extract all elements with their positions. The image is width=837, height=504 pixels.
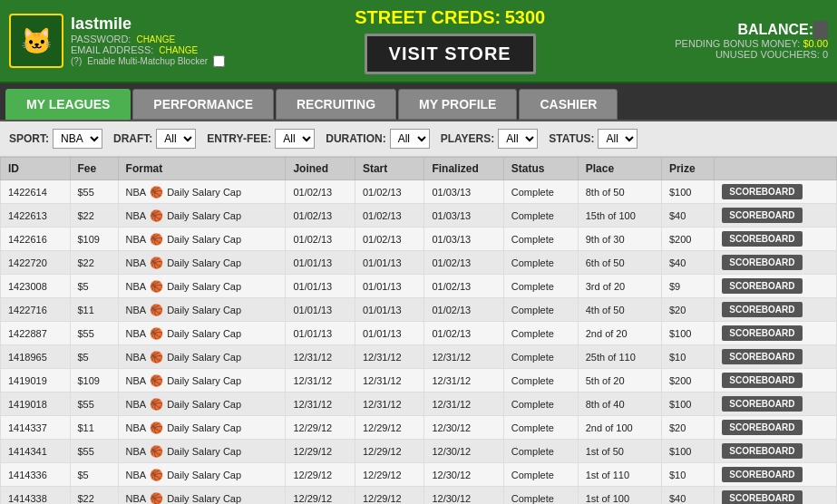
scoreboard-button[interactable]: SCOREBOARD bbox=[722, 325, 802, 341]
scoreboard-button[interactable]: SCOREBOARD bbox=[722, 443, 802, 459]
entry-fee-filter: ENTRY-FEE: All bbox=[207, 129, 315, 149]
scoreboard-button[interactable]: SCOREBOARD bbox=[722, 278, 802, 294]
scoreboard-button[interactable]: SCOREBOARD bbox=[722, 467, 802, 482]
basketball-icon: 🏀 bbox=[150, 469, 163, 481]
cell-start: 01/01/13 bbox=[355, 298, 424, 322]
cell-action: SCOREBOARD bbox=[715, 345, 837, 369]
cell-finalized: 01/02/13 bbox=[424, 298, 503, 322]
cell-prize: $40 bbox=[661, 204, 714, 228]
cell-format: NBA 🏀 Daily Salary Cap bbox=[118, 369, 286, 393]
status-select[interactable]: All bbox=[598, 129, 637, 149]
sport-select[interactable]: NBA NFL MLB bbox=[53, 129, 102, 149]
cell-format: NBA 🏀 Daily Salary Cap bbox=[118, 275, 286, 298]
table-row: 1419018 $55 NBA 🏀 Daily Salary Cap 12/31… bbox=[1, 393, 837, 416]
visit-store-button[interactable]: VISIT STORE bbox=[365, 34, 536, 74]
cell-status: Complete bbox=[503, 251, 578, 275]
cell-format: NBA 🏀 Daily Salary Cap bbox=[118, 322, 286, 345]
tab-recruiting[interactable]: RECRUITING bbox=[276, 89, 396, 120]
cell-finalized: 01/03/13 bbox=[424, 204, 503, 228]
cell-fee: $55 bbox=[70, 322, 118, 345]
scoreboard-button[interactable]: SCOREBOARD bbox=[722, 349, 802, 364]
table-row: 1418965 $5 NBA 🏀 Daily Salary Cap 12/31/… bbox=[1, 345, 837, 369]
scoreboard-button[interactable]: SCOREBOARD bbox=[722, 208, 802, 223]
cell-joined: 12/29/12 bbox=[286, 440, 355, 463]
format-text: Daily Salary Cap bbox=[167, 305, 241, 315]
col-start: Start bbox=[355, 158, 424, 180]
cell-action: SCOREBOARD bbox=[715, 228, 837, 251]
table-row: 1422613 $22 NBA 🏀 Daily Salary Cap 01/02… bbox=[1, 204, 837, 228]
cell-action: SCOREBOARD bbox=[715, 204, 837, 228]
format-text: Daily Salary Cap bbox=[167, 328, 241, 339]
blocker-checkbox[interactable] bbox=[213, 55, 225, 67]
cell-id: 1414341 bbox=[1, 440, 71, 463]
scoreboard-button[interactable]: SCOREBOARD bbox=[722, 302, 802, 317]
format-text: Daily Salary Cap bbox=[167, 352, 241, 363]
duration-select[interactable]: All bbox=[390, 129, 430, 149]
cell-id: 1422616 bbox=[1, 228, 71, 251]
basketball-icon: 🏀 bbox=[150, 209, 163, 222]
scoreboard-button[interactable]: SCOREBOARD bbox=[722, 490, 802, 504]
col-fee: Fee bbox=[70, 158, 118, 180]
cell-place: 8th of 40 bbox=[578, 393, 661, 416]
basketball-icon: 🏀 bbox=[150, 374, 163, 387]
table-row: 1414338 $22 NBA 🏀 Daily Salary Cap 12/29… bbox=[1, 487, 837, 505]
col-format: Format bbox=[118, 158, 286, 180]
cell-format: NBA 🏀 Daily Salary Cap bbox=[118, 440, 286, 463]
basketball-icon: 🏀 bbox=[150, 422, 163, 434]
cell-finalized: 12/30/12 bbox=[424, 416, 503, 440]
cell-place: 1st of 100 bbox=[578, 487, 661, 505]
cell-prize: $20 bbox=[661, 298, 714, 322]
table-row: 1423008 $5 NBA 🏀 Daily Salary Cap 01/01/… bbox=[1, 275, 837, 298]
cell-place: 4th of 50 bbox=[578, 298, 661, 322]
cell-finalized: 12/30/12 bbox=[424, 487, 503, 505]
scoreboard-button[interactable]: SCOREBOARD bbox=[722, 231, 802, 247]
cell-fee: $22 bbox=[70, 487, 118, 505]
cell-joined: 12/31/12 bbox=[286, 369, 355, 393]
cell-place: 9th of 30 bbox=[578, 228, 661, 251]
sport-filter: SPORT: NBA NFL MLB bbox=[9, 129, 102, 149]
basketball-icon: 🏀 bbox=[150, 398, 163, 411]
scoreboard-button[interactable]: SCOREBOARD bbox=[722, 255, 802, 270]
cell-start: 12/29/12 bbox=[355, 487, 424, 505]
pending-row: PENDING BONUS MONEY: $0.00 bbox=[675, 38, 828, 49]
logo-box: 🐱 bbox=[9, 14, 63, 68]
cell-action: SCOREBOARD bbox=[715, 298, 837, 322]
cell-action: SCOREBOARD bbox=[715, 440, 837, 463]
scoreboard-button[interactable]: SCOREBOARD bbox=[722, 420, 802, 435]
sport-text: NBA bbox=[126, 257, 147, 268]
change-password-link[interactable]: CHANGE bbox=[136, 34, 175, 44]
blocker-help: (?) bbox=[71, 56, 82, 66]
scoreboard-button[interactable]: SCOREBOARD bbox=[722, 396, 802, 412]
cell-joined: 12/29/12 bbox=[286, 463, 355, 487]
format-text: Daily Salary Cap bbox=[167, 470, 241, 480]
cell-format: NBA 🏀 Daily Salary Cap bbox=[118, 416, 286, 440]
scoreboard-button[interactable]: SCOREBOARD bbox=[722, 184, 802, 199]
tab-my-leagues[interactable]: MY LEAGUES bbox=[5, 89, 131, 120]
scoreboard-button[interactable]: SCOREBOARD bbox=[722, 373, 802, 388]
cell-joined: 12/29/12 bbox=[286, 416, 355, 440]
format-text: Daily Salary Cap bbox=[167, 422, 241, 433]
table-row: 1422720 $22 NBA 🏀 Daily Salary Cap 01/01… bbox=[1, 251, 837, 275]
entry-fee-select[interactable]: All bbox=[275, 129, 315, 149]
sport-label: SPORT: bbox=[9, 132, 49, 145]
cell-format: NBA 🏀 Daily Salary Cap bbox=[118, 487, 286, 505]
players-select[interactable]: All bbox=[498, 129, 538, 149]
cell-format: NBA 🏀 Daily Salary Cap bbox=[118, 393, 286, 416]
tab-cashier[interactable]: CASHIER bbox=[519, 89, 618, 120]
street-creds-label: STREET CREDS: bbox=[355, 7, 501, 27]
cell-status: Complete bbox=[503, 487, 578, 505]
password-label: PASSWORD: bbox=[71, 34, 131, 44]
cell-finalized: 01/03/13 bbox=[424, 180, 503, 204]
cell-joined: 01/02/13 bbox=[286, 204, 355, 228]
format-text: Daily Salary Cap bbox=[167, 234, 241, 245]
cell-status: Complete bbox=[503, 463, 578, 487]
leagues-table-wrap: ID Fee Format Joined Start Finalized Sta… bbox=[0, 157, 837, 504]
draft-select[interactable]: All bbox=[156, 129, 196, 149]
change-email-link[interactable]: CHANGE bbox=[159, 45, 198, 55]
status-label: STATUS: bbox=[549, 132, 594, 145]
cell-status: Complete bbox=[503, 440, 578, 463]
tab-my-profile[interactable]: MY PROFILE bbox=[398, 89, 517, 120]
cell-prize: $20 bbox=[661, 416, 714, 440]
tab-performance[interactable]: PERFORMANCE bbox=[132, 89, 274, 120]
cell-finalized: 01/02/13 bbox=[424, 322, 503, 345]
